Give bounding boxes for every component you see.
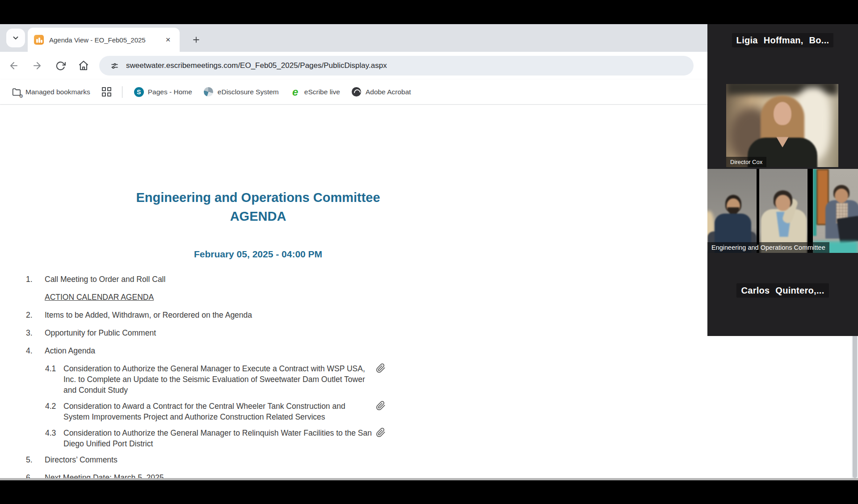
tab-title: Agenda View - EO_Feb05_2025: [49, 36, 163, 44]
agenda-item-number: 4.3: [45, 428, 63, 449]
video-tile-label: Director Cox: [726, 157, 766, 167]
agenda-item-number: [26, 292, 45, 302]
acrobat-icon: [352, 87, 361, 97]
page-title-line1: Engineering and Operations Committee: [0, 188, 516, 207]
tab-search-button[interactable]: [6, 29, 25, 47]
home-button[interactable]: [74, 56, 93, 75]
agenda-item: 1. Call Meeting to Order and Roll Call: [26, 274, 516, 285]
home-icon: [78, 60, 89, 71]
agenda-item: 6. Next Meeting Date: March 5, 2025: [26, 472, 516, 478]
agenda-item: 3. Opportunity for Public Comment: [26, 328, 516, 338]
video-tile-committee-room[interactable]: Engineering and Operations Committee: [707, 169, 858, 253]
escribe-icon: e: [292, 88, 298, 97]
sharepoint-icon: S: [134, 87, 144, 97]
reload-button[interactable]: [51, 56, 70, 75]
paperclip-icon[interactable]: [376, 401, 386, 411]
url-text: sweetwater.escribemeetings.com/EO_Feb05_…: [126, 61, 387, 70]
apps-grid-icon[interactable]: [102, 87, 111, 97]
agenda-item-number: 4.2: [45, 401, 63, 422]
bookmark-escribe-live[interactable]: e eScribe live: [290, 87, 340, 97]
edisclosure-icon: [204, 87, 213, 97]
agenda-item-number: 4.: [26, 345, 45, 356]
participant-tile-ligia-hoffman[interactable]: Ligia Hoffman, Bo...: [707, 35, 858, 46]
forward-icon: [32, 60, 42, 71]
agenda-item-text: Opportunity for Public Comment: [45, 328, 156, 338]
window-bottom-edge: [0, 478, 858, 480]
plus-icon: [192, 35, 201, 44]
agenda-item-text: Consideration to Authorize the General M…: [63, 363, 373, 395]
page-title: Engineering and Operations Committee AGE…: [0, 188, 516, 226]
person-figure: [835, 189, 848, 203]
agenda-list: 1. Call Meeting to Order and Roll Call A…: [0, 274, 516, 478]
site-info-button[interactable]: [106, 58, 122, 74]
tune-icon: [110, 62, 119, 70]
managed-folder-icon: ⚙: [12, 87, 21, 97]
room-camera-right: [813, 169, 858, 253]
bookmark-adobe-acrobat[interactable]: Adobe Acrobat: [352, 87, 411, 97]
bookmark-pages-home[interactable]: S Pages - Home: [134, 87, 192, 97]
agenda-item-text: Next Meeting Date: March 5, 2025: [45, 472, 164, 478]
tab-favicon-icon: [34, 35, 44, 45]
forward-button[interactable]: [28, 56, 46, 75]
meeting-datetime: February 05, 2025 - 04:00 PM: [0, 248, 516, 260]
participant-name: Ligia Hoffman, Bo...: [732, 33, 834, 47]
agenda-item: 4. Action Agenda: [26, 345, 516, 356]
paperclip-icon[interactable]: [376, 428, 386, 437]
room-camera-left: [707, 169, 757, 253]
agenda-item: 2. Items to be Added, Withdrawn, or Reor…: [26, 310, 516, 320]
agenda-item[interactable]: 4.1 Consideration to Authorize the Gener…: [45, 363, 516, 395]
room-camera-center: [759, 169, 808, 253]
bookmarks-separator: [122, 86, 122, 98]
video-tile-director-cox[interactable]: Director Cox: [726, 84, 838, 167]
agenda-item-text: Consideration to Award a Contract for th…: [63, 401, 373, 422]
gear-icon: ⚙: [19, 93, 23, 99]
agenda-item-number: 3.: [26, 328, 45, 338]
new-tab-button[interactable]: [188, 31, 205, 48]
agenda-item[interactable]: 4.3 Consideration to Authorize the Gener…: [45, 428, 516, 449]
agenda-item-number: 4.1: [45, 363, 63, 395]
agenda-item: 5. Directors’ Comments: [26, 454, 516, 465]
chevron-down-icon: [12, 34, 20, 42]
tab-close-button[interactable]: ×: [163, 34, 173, 45]
video-background: [813, 169, 816, 236]
browser-tab[interactable]: Agenda View - EO_Feb05_2025 ×: [28, 28, 180, 52]
video-conference-panel: Ligia Hoffman, Bo... Director Cox: [707, 24, 858, 336]
agenda-item-text: Action Agenda: [45, 345, 95, 356]
agenda-item[interactable]: ACTION CALENDAR AGENDA: [26, 292, 516, 302]
agenda-item-text: Directors’ Comments: [45, 454, 118, 465]
agenda-item-text: Call Meeting to Order and Roll Call: [45, 274, 165, 285]
agenda-item-number: 1.: [26, 274, 45, 285]
agenda-item-text: Consideration to Authorize the General M…: [63, 428, 373, 449]
page-title-line2: AGENDA: [0, 207, 516, 226]
agenda-item-text: Items to be Added, Withdrawn, or Reorder…: [45, 310, 252, 320]
back-button[interactable]: [4, 56, 23, 75]
screen: Agenda View - EO_Feb05_2025 ×: [0, 0, 858, 504]
agenda-item-number: 5.: [26, 454, 45, 465]
bookmark-managed-bookmarks[interactable]: ⚙ Managed bookmarks: [12, 87, 90, 97]
participant-name: Carlos Quintero,...: [736, 283, 829, 298]
participant-tile-carlos-quintero[interactable]: Carlos Quintero,...: [707, 286, 858, 296]
agenda-item-number: 2.: [26, 310, 45, 320]
paperclip-icon[interactable]: [376, 363, 386, 373]
back-icon: [8, 60, 19, 71]
video-tile-label: Engineering and Operations Committee: [707, 242, 829, 253]
laptop: [837, 216, 858, 244]
bookmark-edisclosure-system[interactable]: eDisclosure System: [204, 87, 279, 97]
reload-icon: [55, 61, 66, 71]
person-figure: [774, 102, 791, 125]
agenda-item[interactable]: 4.2 Consideration to Award a Contract fo…: [45, 401, 516, 422]
agenda-item-number: 6.: [26, 472, 45, 478]
url-bar[interactable]: sweetwater.escribemeetings.com/EO_Feb05_…: [99, 56, 694, 76]
person-figure: [775, 195, 791, 211]
agenda-item-text: ACTION CALENDAR AGENDA: [45, 292, 154, 302]
